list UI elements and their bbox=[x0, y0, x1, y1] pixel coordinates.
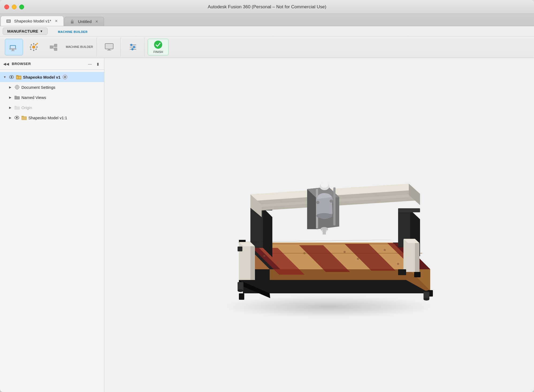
sidebar-icons: — ▮ bbox=[87, 61, 101, 67]
svg-rect-26 bbox=[106, 44, 113, 48]
machine-shadow bbox=[224, 296, 433, 317]
lock-icon bbox=[69, 19, 75, 25]
svg-point-34 bbox=[131, 48, 134, 50]
svg-point-32 bbox=[130, 44, 132, 46]
svg-rect-132 bbox=[238, 247, 242, 251]
svg-point-78 bbox=[357, 258, 359, 260]
finish-label: FINISH bbox=[153, 50, 163, 54]
tree-label-named-views: Named Views bbox=[21, 95, 46, 100]
svg-rect-57 bbox=[24, 117, 26, 119]
svg-point-72 bbox=[263, 255, 265, 257]
svg-marker-121 bbox=[415, 239, 419, 276]
svg-point-73 bbox=[303, 252, 306, 254]
tree-item-shapeoko-model[interactable]: ▼ Sh bbox=[0, 72, 104, 82]
browser-tree: ▼ Sh bbox=[0, 70, 104, 392]
minimize-button[interactable] bbox=[12, 5, 17, 9]
model-icon bbox=[6, 18, 12, 24]
svg-rect-104 bbox=[333, 187, 335, 225]
machine-builder-display-icon bbox=[9, 43, 18, 52]
svg-rect-11 bbox=[33, 49, 34, 51]
monitor-group bbox=[98, 38, 121, 56]
workspace-button[interactable]: MANUFACTURE ▼ bbox=[3, 28, 48, 35]
cnc-model bbox=[211, 141, 452, 328]
svg-rect-7 bbox=[12, 49, 14, 51]
svg-point-53 bbox=[16, 117, 18, 118]
svg-marker-97 bbox=[409, 184, 420, 205]
finish-button[interactable]: FINISH bbox=[148, 39, 169, 55]
finish-group: FINISH bbox=[146, 38, 171, 56]
svg-rect-22 bbox=[54, 48, 57, 51]
expand-arrow-shapeoko-instance[interactable]: ▶ bbox=[7, 115, 13, 120]
svg-rect-8 bbox=[11, 51, 15, 51]
svg-point-76 bbox=[277, 262, 279, 264]
sidebar-header: ◀◀ BROWSER — ▮ bbox=[0, 58, 104, 70]
svg-rect-80 bbox=[239, 293, 244, 300]
tree-label-shapeoko-model: Shapeoko Model v1 bbox=[23, 75, 60, 79]
svg-marker-108 bbox=[316, 197, 333, 216]
viewport-3d[interactable] bbox=[104, 58, 534, 392]
svg-rect-55 bbox=[21, 116, 24, 117]
svg-point-77 bbox=[317, 260, 319, 262]
machine-builder-display-btn[interactable] bbox=[5, 39, 23, 55]
svg-line-23 bbox=[53, 45, 54, 47]
monitor-icon bbox=[105, 43, 114, 52]
sidebar-panel-icon[interactable]: ▮ bbox=[95, 61, 101, 67]
tab-bar: Shapeoko Model v1* ✕ Untitled ✕ bbox=[0, 14, 534, 26]
tree-radio-shapeoko-model[interactable] bbox=[63, 75, 67, 79]
machine-builder-component-btn[interactable] bbox=[44, 39, 63, 55]
machine-builder-group: MACHINE BUILDER bbox=[3, 38, 97, 56]
sliders-btn[interactable] bbox=[124, 39, 142, 55]
window-title: Autodesk Fusion 360 (Personal – Not for … bbox=[4, 4, 530, 10]
svg-point-43 bbox=[16, 86, 18, 88]
tab-shapeoko[interactable]: Shapeoko Model v1* ✕ bbox=[1, 16, 64, 26]
svg-rect-13 bbox=[36, 47, 38, 48]
svg-rect-92 bbox=[398, 208, 420, 212]
tab-shapeoko-close[interactable]: ✕ bbox=[54, 19, 59, 24]
expand-arrow-shapeoko-model[interactable]: ▼ bbox=[2, 74, 7, 80]
svg-rect-127 bbox=[414, 272, 421, 277]
svg-rect-40 bbox=[17, 76, 18, 79]
svg-rect-17 bbox=[30, 48, 32, 50]
svg-rect-20 bbox=[50, 45, 53, 49]
svg-rect-6 bbox=[9, 48, 16, 49]
svg-marker-123 bbox=[239, 280, 430, 293]
expand-arrow-document-settings[interactable]: ▶ bbox=[7, 84, 13, 90]
maximize-button[interactable] bbox=[19, 5, 24, 9]
sidebar-minus-icon[interactable]: — bbox=[87, 61, 93, 67]
title-bar: Autodesk Fusion 360 (Personal – Not for … bbox=[0, 0, 534, 14]
tree-item-origin[interactable]: ▶ Origin bbox=[0, 102, 104, 113]
settings-icon-document bbox=[14, 84, 20, 90]
tree-item-named-views[interactable]: ▶ Named Views bbox=[0, 92, 104, 102]
svg-point-42 bbox=[15, 85, 19, 89]
svg-point-115 bbox=[316, 201, 319, 204]
svg-rect-39 bbox=[16, 75, 18, 76]
sidebar-title: BROWSER bbox=[12, 62, 31, 66]
traffic-lights bbox=[4, 5, 24, 9]
machine-builder-settings-btn[interactable] bbox=[25, 39, 43, 55]
svg-marker-118 bbox=[250, 243, 255, 284]
tree-item-shapeoko-instance[interactable]: ▶ Sh bbox=[0, 113, 104, 123]
expand-arrow-origin[interactable]: ▶ bbox=[7, 105, 13, 110]
tab-untitled[interactable]: Untitled ✕ bbox=[64, 17, 104, 26]
svg-rect-27 bbox=[108, 49, 110, 50]
cnc-svg bbox=[211, 141, 452, 323]
svg-line-24 bbox=[53, 47, 54, 49]
app-window: Autodesk Fusion 360 (Personal – Not for … bbox=[0, 0, 534, 392]
tree-item-document-settings[interactable]: ▶ Document Settings bbox=[0, 82, 104, 92]
sidebar-collapse-button[interactable]: ◀◀ bbox=[3, 62, 9, 66]
svg-point-74 bbox=[344, 251, 346, 253]
svg-point-129 bbox=[238, 289, 243, 292]
svg-rect-14 bbox=[30, 44, 32, 46]
svg-point-35 bbox=[154, 41, 162, 49]
expand-arrow-named-views[interactable]: ▶ bbox=[7, 95, 13, 100]
machine-builder-label: MACHINE BUILDER bbox=[66, 45, 93, 49]
svg-rect-49 bbox=[14, 96, 17, 97]
eye-icon-shapeoko-instance[interactable] bbox=[14, 115, 20, 121]
monitor-btn[interactable] bbox=[100, 39, 118, 55]
tab-untitled-close[interactable]: ✕ bbox=[94, 19, 99, 24]
close-button[interactable] bbox=[4, 5, 9, 9]
eye-icon-shapeoko-model[interactable] bbox=[9, 74, 14, 80]
svg-point-33 bbox=[133, 46, 135, 48]
svg-rect-3 bbox=[71, 21, 74, 24]
gear-icon bbox=[29, 43, 38, 52]
